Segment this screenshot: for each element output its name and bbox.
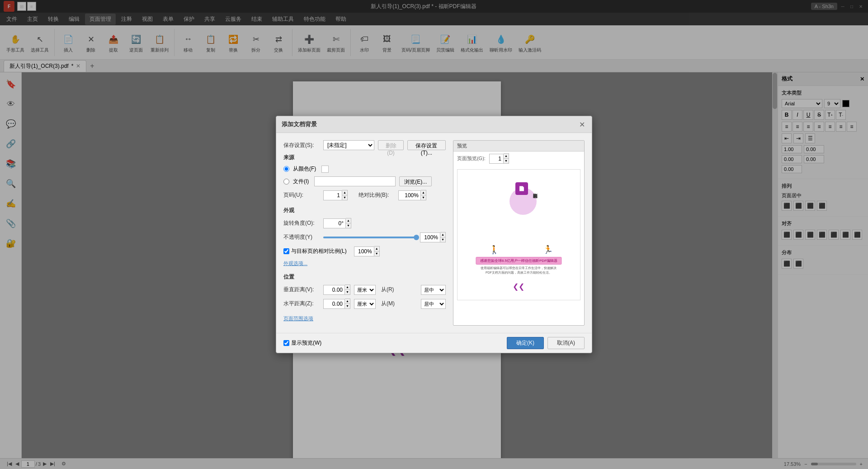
opacity-slider-container bbox=[323, 237, 416, 238]
prev-icon-box bbox=[515, 182, 528, 195]
prev-figure-right: 🏃 bbox=[543, 245, 553, 255]
opacity-label: 不透明度(Y) bbox=[283, 233, 320, 241]
preview-label: 预览 bbox=[457, 143, 467, 148]
scale-down-arrow[interactable]: ▼ bbox=[421, 195, 426, 200]
file-path-input[interactable] bbox=[314, 176, 396, 186]
save-settings-button[interactable]: 保存设置(T)... bbox=[407, 140, 446, 150]
advanced-link-row: 外观选项... bbox=[283, 260, 446, 267]
preview-canvas: 🚶 🏃 欢迎来到福昕 感谢您如全球6.5亿用户一样信任福昕PDF编辑器 使用福昕… bbox=[457, 169, 580, 300]
horiz-from-label: 从(M) bbox=[381, 300, 417, 308]
opacity-slider-thumb[interactable] bbox=[414, 235, 419, 240]
horiz-dist-up[interactable]: ▲ bbox=[345, 299, 350, 304]
vert-from-label: 从(R) bbox=[381, 286, 417, 294]
preview-header: 预览 bbox=[453, 141, 584, 152]
rotate-spinner: ▲ ▼ bbox=[323, 218, 351, 228]
page-value-input[interactable] bbox=[323, 190, 342, 200]
source-section: 来源 从颜色(F) 文件(I) 浏览(E)... bbox=[283, 154, 446, 200]
page-up-arrow[interactable]: ▲ bbox=[342, 190, 347, 195]
vert-dist-down[interactable]: ▼ bbox=[345, 290, 350, 294]
color-radio-row: 从颜色(F) bbox=[283, 165, 446, 173]
modal-left-col: 保存设置(S): [未指定] 删除(D) 保存设置(T)... 来源 从颜色(F… bbox=[283, 140, 446, 326]
opacity-spinner: ▲ ▼ bbox=[420, 232, 446, 242]
save-settings-row: 保存设置(S): [未指定] 删除(D) 保存设置(T)... bbox=[283, 140, 446, 150]
modal-title: 添加文档背景 bbox=[282, 120, 317, 128]
color-swatch[interactable] bbox=[321, 166, 329, 173]
page-range-link[interactable]: 页面范围选项 bbox=[283, 315, 313, 322]
save-settings-label: 保存设置(S): bbox=[283, 142, 320, 149]
page-preview-label: 页面预览(G): bbox=[457, 155, 486, 162]
vert-dist-label: 垂直距离(V): bbox=[283, 286, 320, 294]
vert-dist-spinner: ▲ ▼ bbox=[323, 284, 350, 295]
file-radio[interactable] bbox=[283, 179, 289, 185]
modal-body: 保存设置(S): [未指定] 删除(D) 保存设置(T)... 来源 从颜色(F… bbox=[276, 133, 592, 333]
modal-right-col: 预览 页面预览(G): ▲ ▼ bbox=[453, 140, 585, 326]
file-radio-label: 文件(I) bbox=[293, 178, 309, 185]
modal-overlay: 添加文档背景 ✕ 保存设置(S): [未指定] 删除(D) 保存设置(T)... bbox=[0, 0, 868, 469]
vert-from-select[interactable]: 居中 bbox=[421, 285, 446, 295]
show-preview-checkbox-label[interactable]: 显示预览(W) bbox=[283, 339, 321, 347]
rel-scale-input[interactable] bbox=[354, 246, 374, 256]
relative-scale-checkbox[interactable] bbox=[283, 248, 289, 254]
modal-footer: 显示预览(W) 确定(K) 取消(A) bbox=[276, 333, 592, 353]
prev-chevron: ❮❮ bbox=[513, 282, 524, 291]
opacity-row: 不透明度(Y) ▲ ▼ bbox=[283, 232, 446, 242]
page-preview-input[interactable] bbox=[489, 154, 504, 164]
vert-dist-up[interactable]: ▲ bbox=[345, 285, 350, 290]
horiz-dist-down[interactable]: ▼ bbox=[345, 304, 350, 308]
rel-scale-down-arrow[interactable]: ▼ bbox=[374, 251, 379, 256]
opacity-down-arrow[interactable]: ▼ bbox=[440, 237, 445, 242]
show-preview-checkbox[interactable] bbox=[283, 340, 289, 346]
horiz-dist-spinner: ▲ ▼ bbox=[323, 298, 350, 309]
modal-footer-left: 显示预览(W) bbox=[283, 339, 321, 347]
page-preview-down[interactable]: ▼ bbox=[504, 159, 509, 163]
rel-scale-up-arrow[interactable]: ▲ bbox=[374, 246, 379, 251]
advanced-link[interactable]: 外观选项... bbox=[283, 260, 307, 267]
show-preview-label: 显示预览(W) bbox=[291, 339, 321, 347]
delete-button[interactable]: 删除(D) bbox=[378, 140, 404, 150]
file-radio-row: 文件(I) 浏览(E)... bbox=[283, 176, 446, 186]
modal-columns: 保存设置(S): [未指定] 删除(D) 保存设置(T)... 来源 从颜色(F… bbox=[283, 140, 585, 326]
preview-page-row: 页面预览(G): ▲ ▼ bbox=[453, 152, 584, 166]
modal-title-bar: 添加文档背景 ✕ bbox=[276, 116, 592, 133]
opacity-value-input[interactable] bbox=[420, 232, 440, 242]
relative-scale-label: 与目标页的相对比例(L) bbox=[291, 247, 347, 255]
page-spinner: ▲ ▼ bbox=[323, 190, 348, 200]
position-section: 位置 垂直距离(V): ▲ ▼ 厘米 bbox=[283, 273, 446, 309]
position-label: 位置 bbox=[283, 273, 446, 281]
rotate-down-arrow[interactable]: ▼ bbox=[346, 223, 351, 228]
rotate-input[interactable] bbox=[323, 218, 346, 228]
rotate-label: 旋转角度(O): bbox=[283, 219, 320, 227]
scale-value-input[interactable] bbox=[398, 190, 421, 200]
color-radio[interactable] bbox=[283, 166, 289, 172]
cancel-button[interactable]: 取消(A) bbox=[547, 337, 585, 349]
vert-unit-select[interactable]: 厘米 bbox=[354, 285, 376, 295]
page-range-row: 页面范围选项 bbox=[283, 315, 446, 322]
horiz-unit-select[interactable]: 厘米 bbox=[354, 299, 376, 309]
appearance-label: 外观 bbox=[283, 207, 446, 214]
confirm-button[interactable]: 确定(K) bbox=[507, 337, 544, 349]
rotate-up-arrow[interactable]: ▲ bbox=[346, 218, 351, 223]
page-scale-row: 页码(U): ▲ ▼ 绝对比例(B): bbox=[283, 190, 446, 200]
opacity-slider[interactable] bbox=[323, 237, 416, 238]
horiz-from-select[interactable]: 居中 bbox=[421, 299, 446, 309]
vert-dist-input[interactable] bbox=[323, 285, 345, 295]
horiz-dist-label: 水平距离(Z): bbox=[283, 300, 320, 308]
opacity-up-arrow[interactable]: ▲ bbox=[440, 232, 445, 237]
modal-close-button[interactable]: ✕ bbox=[577, 120, 586, 129]
save-settings-select[interactable]: [未指定] bbox=[323, 140, 374, 150]
horiz-dist-input[interactable] bbox=[323, 299, 345, 309]
color-radio-label: 从颜色(F) bbox=[293, 165, 316, 173]
vert-dist-row: 垂直距离(V): ▲ ▼ 厘米 从(R) bbox=[283, 284, 446, 295]
scale-spinner: ▲ ▼ bbox=[398, 190, 426, 200]
relative-scale-checkbox-label[interactable]: 与目标页的相对比例(L) bbox=[283, 247, 347, 255]
add-background-modal: 添加文档背景 ✕ 保存设置(S): [未指定] 删除(D) 保存设置(T)... bbox=[276, 116, 592, 353]
prev-figure-left: 🚶 bbox=[489, 245, 499, 255]
browse-button[interactable]: 浏览(E)... bbox=[399, 176, 432, 186]
scale-up-arrow[interactable]: ▲ bbox=[421, 190, 426, 195]
rotate-row: 旋转角度(O): ▲ ▼ bbox=[283, 218, 446, 228]
page-down-arrow[interactable]: ▼ bbox=[342, 195, 347, 200]
page-preview-up[interactable]: ▲ bbox=[504, 154, 509, 159]
appearance-section: 外观 旋转角度(O): ▲ ▼ bbox=[283, 207, 446, 267]
page-label: 页码(U): bbox=[283, 191, 320, 199]
modal-footer-right: 确定(K) 取消(A) bbox=[507, 337, 585, 349]
